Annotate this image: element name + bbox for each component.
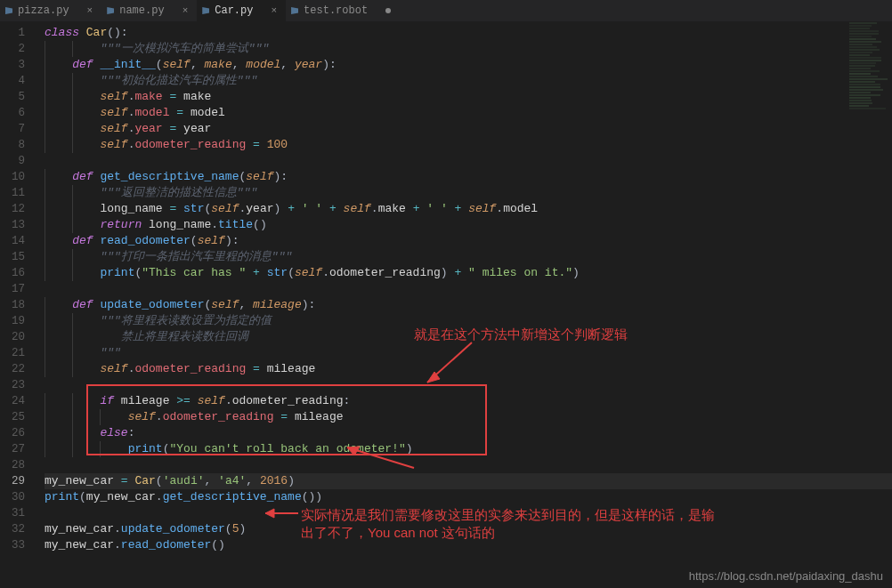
code-line[interactable]: self.year = year: [45, 121, 892, 137]
tab-test-robot[interactable]: test.robot: [286, 0, 400, 21]
code-line[interactable]: print("You can't roll back an odometer!"…: [45, 441, 892, 457]
line-number: 11: [0, 185, 25, 201]
line-number: 19: [0, 313, 25, 329]
code-line[interactable]: [45, 457, 892, 473]
line-number: 25: [0, 409, 25, 425]
code-line[interactable]: def __init__(self, make, model, year):: [45, 57, 892, 73]
code-line[interactable]: self.odometer_reading = mileage: [45, 361, 892, 377]
tab-label: name.py: [119, 4, 164, 17]
code-line[interactable]: """返回整洁的描述性信息""": [45, 185, 892, 201]
line-number: 9: [0, 153, 25, 169]
code-line[interactable]: self.make = make: [45, 89, 892, 105]
code-line[interactable]: self.odometer_reading = 100: [45, 137, 892, 153]
line-number: 30: [0, 489, 25, 505]
tab-label: test.robot: [304, 4, 368, 17]
code-line[interactable]: else:: [45, 425, 892, 441]
close-icon[interactable]: ×: [182, 5, 189, 16]
line-number: 23: [0, 377, 25, 393]
code-line[interactable]: def get_descriptive_name(self):: [45, 169, 892, 185]
code-line[interactable]: class Car():: [45, 25, 892, 41]
line-number: 20: [0, 329, 25, 345]
line-number: 17: [0, 281, 25, 297]
line-number: 8: [0, 137, 25, 153]
annotation-text-1: 就是在这个方法中新增这个判断逻辑: [414, 326, 628, 343]
code-line[interactable]: self.model = model: [45, 105, 892, 121]
annotation-text-2: 实际情况是我们需要修改这里的实参来达到目的，但是这样的话，是输 出了不了，You…: [301, 506, 715, 542]
minimap[interactable]: [847, 21, 892, 128]
line-number: 29: [0, 473, 25, 489]
tab-label: pizza.py: [18, 4, 69, 17]
line-number: 13: [0, 217, 25, 233]
line-number: 18: [0, 297, 25, 313]
line-number: 6: [0, 105, 25, 121]
line-number: 12: [0, 201, 25, 217]
watermark: https://blog.csdn.net/paidaxing_dashu: [689, 569, 883, 583]
code-line[interactable]: print("This car has " + str(self.odomete…: [45, 265, 892, 281]
line-number: 16: [0, 265, 25, 281]
line-number: 7: [0, 121, 25, 137]
code-line[interactable]: """打印一条指出汽车里程的消息""": [45, 249, 892, 265]
line-number: 21: [0, 345, 25, 361]
annotation-line: 实际情况是我们需要修改这里的实参来达到目的，但是这样的话，是输: [301, 507, 715, 522]
code-line[interactable]: def read_odometer(self):: [45, 233, 892, 249]
close-icon[interactable]: ×: [271, 5, 277, 16]
line-number: 24: [0, 393, 25, 409]
code-line[interactable]: if mileage >= self.odometer_reading:: [45, 393, 892, 409]
editor-area: 1234567891011121314151617181920212223242…: [0, 21, 892, 588]
line-number: 27: [0, 441, 25, 457]
code-line[interactable]: """初始化描述汽车的属性""": [45, 73, 892, 89]
code-line[interactable]: [45, 153, 892, 169]
tab-name-py[interactable]: name.py×: [101, 0, 197, 21]
line-gutter: 1234567891011121314151617181920212223242…: [0, 21, 36, 588]
tab-label: Car.py: [215, 4, 253, 17]
line-number: 4: [0, 73, 25, 89]
code-line[interactable]: """一次模拟汽车的简单尝试""": [45, 41, 892, 57]
line-number: 28: [0, 457, 25, 473]
line-number: 5: [0, 89, 25, 105]
code-line[interactable]: [45, 281, 892, 297]
tab-Car-py[interactable]: Car.py×: [197, 0, 286, 21]
tab-pizza-py[interactable]: pizza.py×: [0, 0, 101, 21]
annotation-line: 出了不了，You can not 这句话的: [301, 525, 495, 540]
line-number: 14: [0, 233, 25, 249]
line-number: 15: [0, 249, 25, 265]
close-icon[interactable]: ×: [87, 5, 93, 16]
line-number: 22: [0, 361, 25, 377]
code-line[interactable]: def update_odometer(self, mileage):: [45, 297, 892, 313]
line-number: 1: [0, 25, 25, 41]
modified-dot-icon: [385, 8, 391, 13]
code-line[interactable]: return long_name.title(): [45, 217, 892, 233]
line-number: 10: [0, 169, 25, 185]
line-number: 32: [0, 521, 25, 537]
code-line[interactable]: my_new_car = Car('audi', 'a4', 2016): [45, 473, 892, 489]
line-number: 3: [0, 57, 25, 73]
code-area[interactable]: class Car(): """一次模拟汽车的简单尝试""" def __ini…: [36, 21, 892, 588]
code-line[interactable]: """: [45, 345, 892, 361]
line-number: 33: [0, 537, 25, 553]
line-number: 31: [0, 505, 25, 521]
code-line[interactable]: self.odometer_reading = mileage: [45, 409, 892, 425]
code-line[interactable]: print(my_new_car.get_descriptive_name()): [45, 489, 892, 505]
editor-tabs: pizza.py×name.py×Car.py×test.robot: [0, 0, 892, 21]
code-line[interactable]: long_name = str(self.year) + ' ' + self.…: [45, 201, 892, 217]
code-line[interactable]: [45, 377, 892, 393]
line-number: 2: [0, 41, 25, 57]
line-number: 26: [0, 425, 25, 441]
